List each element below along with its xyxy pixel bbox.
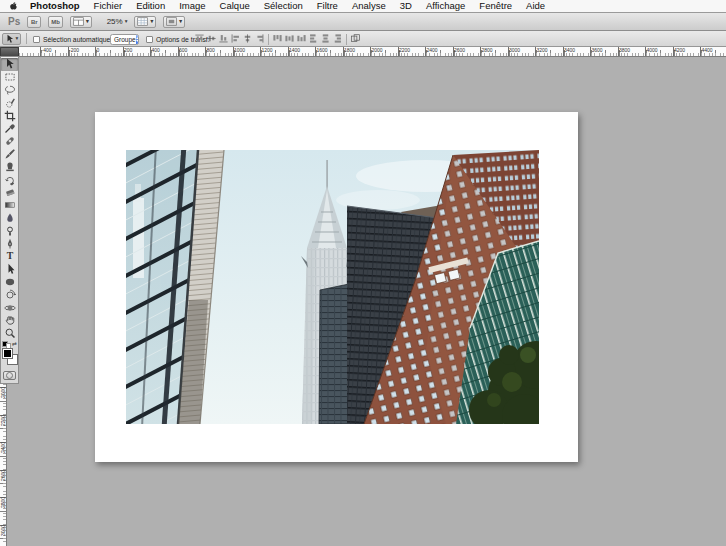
dropdown-arrow-icon: ▾ bbox=[150, 19, 153, 24]
distribute-top-edges-icon bbox=[272, 30, 283, 48]
dropdown-arrow-icon: ▾ bbox=[16, 36, 19, 41]
launch-mini-bridge-button[interactable]: Mb bbox=[48, 16, 63, 28]
align-top-edges-icon bbox=[194, 30, 205, 48]
apple-icon[interactable] bbox=[9, 1, 19, 12]
zoom-tool-button[interactable] bbox=[1, 327, 18, 340]
menu-item-affichage[interactable]: Affichage bbox=[419, 0, 472, 12]
distribute-left-edges-icon bbox=[308, 30, 319, 48]
document-canvas[interactable] bbox=[95, 112, 578, 462]
align-horizontal-centers-button[interactable] bbox=[241, 33, 253, 45]
history-brush-icon bbox=[4, 174, 16, 186]
show-transform-controls-checkbox[interactable] bbox=[146, 36, 153, 43]
menu-item-fenetre[interactable]: Fenêtre bbox=[472, 0, 519, 12]
view-extras-button[interactable]: ▾ bbox=[134, 16, 156, 28]
3d-rotate-icon bbox=[4, 289, 16, 301]
ruler-label: 2800 bbox=[0, 496, 5, 510]
menu-item-calque[interactable]: Calque bbox=[213, 0, 257, 12]
auto-select-mode-value: Groupe bbox=[111, 35, 136, 44]
auto-align-layers-button[interactable] bbox=[349, 33, 361, 45]
screen-mode-button[interactable]: ▾ bbox=[163, 16, 185, 28]
hand-tool-button[interactable] bbox=[1, 314, 18, 327]
popup-stepper-icon bbox=[136, 35, 139, 44]
align-vertical-centers-button[interactable] bbox=[205, 33, 217, 45]
ruler-label: 4200 bbox=[674, 48, 685, 53]
ruler-label: 1400 bbox=[289, 48, 300, 53]
distribute-horizontal-centers-button[interactable] bbox=[319, 33, 331, 45]
3d-orbit-tool-button[interactable] bbox=[1, 301, 18, 314]
ruler-label: 600 bbox=[179, 48, 187, 53]
arrange-documents-button[interactable]: ▾ bbox=[70, 16, 92, 28]
gradient-tool-button[interactable] bbox=[1, 199, 18, 212]
zoom-level-control[interactable]: 25% ▾ bbox=[107, 17, 128, 26]
foreground-color-swatch[interactable] bbox=[2, 348, 13, 359]
ruler-label: 3000 bbox=[509, 48, 520, 53]
brush-tool-button[interactable] bbox=[1, 148, 18, 161]
eyedropper-tool-button[interactable] bbox=[1, 122, 18, 135]
spot-healing-brush-tool-button[interactable] bbox=[1, 135, 18, 148]
ruler-label: 0 bbox=[97, 48, 100, 53]
menu-item-filtre[interactable]: Filtre bbox=[310, 0, 345, 12]
auto-select-checkbox[interactable] bbox=[33, 36, 40, 43]
zoom-level-value: 25% bbox=[107, 17, 123, 26]
menu-items: PhotoshopFichierEditionImageCalqueSélect… bbox=[23, 0, 552, 12]
launch-bridge-button[interactable]: Br bbox=[27, 16, 41, 28]
move-tool-button[interactable] bbox=[1, 58, 18, 71]
path-selection-tool-button[interactable] bbox=[1, 263, 18, 276]
move-icon bbox=[4, 58, 16, 70]
move-tool-icon bbox=[5, 30, 15, 48]
application-bar: Ps Br Mb ▾ 25% ▾ ▾ ▾ bbox=[0, 13, 726, 31]
ruler-label: 2000 bbox=[0, 386, 5, 400]
ruler-label: 2000 bbox=[372, 48, 383, 53]
menu-item-image[interactable]: Image bbox=[172, 0, 212, 12]
auto-select-mode-popup[interactable]: Groupe bbox=[110, 34, 139, 45]
menu-item-analyse[interactable]: Analyse bbox=[345, 0, 393, 12]
dodge-tool-button[interactable] bbox=[1, 224, 18, 237]
type-icon: T bbox=[4, 250, 16, 262]
blur-tool-button[interactable] bbox=[1, 212, 18, 225]
clone-stamp-tool-button[interactable] bbox=[1, 160, 18, 173]
align-top-edges-button[interactable] bbox=[193, 33, 205, 45]
align-right-edges-button[interactable] bbox=[253, 33, 265, 45]
menu-item-fichier[interactable]: Fichier bbox=[87, 0, 130, 12]
distribute-bottom-edges-button[interactable] bbox=[295, 33, 307, 45]
photoshop-window: { "menu_bar": { "items": [ {"id": "photo… bbox=[0, 0, 726, 546]
rectangular-marquee-tool-button[interactable] bbox=[1, 71, 18, 84]
menu-item-selection[interactable]: Sélection bbox=[257, 0, 310, 12]
menu-item-photoshop[interactable]: Photoshop bbox=[23, 0, 87, 12]
quick-selection-icon bbox=[4, 97, 16, 109]
align-bottom-edges-button[interactable] bbox=[217, 33, 229, 45]
photo-glass-midrise bbox=[319, 284, 350, 424]
history-brush-tool-button[interactable] bbox=[1, 173, 18, 186]
shape-tool-button[interactable] bbox=[1, 276, 18, 289]
ruler-label: 4000 bbox=[647, 48, 658, 53]
menu-item-aide[interactable]: Aide bbox=[519, 0, 552, 12]
lasso-tool-button[interactable] bbox=[1, 84, 18, 97]
distribute-right-edges-button[interactable] bbox=[331, 33, 343, 45]
eraser-tool-button[interactable] bbox=[1, 186, 18, 199]
photoshop-logo: Ps bbox=[8, 16, 20, 27]
pen-tool-button[interactable] bbox=[1, 237, 18, 250]
auto-align-layers-icon bbox=[350, 30, 361, 48]
ruler-label: 2200 bbox=[0, 413, 5, 427]
swap-colors-icon[interactable]: ⇄ bbox=[12, 341, 17, 348]
tools-panel-body: T⇄ bbox=[0, 56, 19, 384]
ruler-label: 3600 bbox=[592, 48, 603, 53]
distribute-top-edges-button[interactable] bbox=[271, 33, 283, 45]
3d-rotate-tool-button[interactable] bbox=[1, 288, 18, 301]
quick-selection-tool-button[interactable] bbox=[1, 96, 18, 109]
distribute-left-edges-button[interactable] bbox=[307, 33, 319, 45]
menu-item-3d[interactable]: 3D bbox=[393, 0, 419, 12]
type-tool-button[interactable]: T bbox=[1, 250, 18, 263]
align-left-edges-button[interactable] bbox=[229, 33, 241, 45]
horizontal-ruler[interactable]: -400-20002004006008001000120014001600180… bbox=[0, 47, 726, 57]
tool-preset-picker[interactable]: ▾ bbox=[2, 33, 21, 46]
crop-tool-button[interactable] bbox=[1, 109, 18, 122]
menu-item-edition[interactable]: Edition bbox=[129, 0, 172, 12]
separator bbox=[346, 34, 347, 45]
tools-panel-drag-bar[interactable] bbox=[0, 47, 19, 56]
distribute-vertical-centers-button[interactable] bbox=[283, 33, 295, 45]
crop-icon bbox=[4, 110, 16, 122]
blur-icon bbox=[4, 212, 16, 224]
gradient-icon bbox=[4, 199, 16, 211]
quick-mask-mode-button[interactable] bbox=[3, 371, 16, 380]
